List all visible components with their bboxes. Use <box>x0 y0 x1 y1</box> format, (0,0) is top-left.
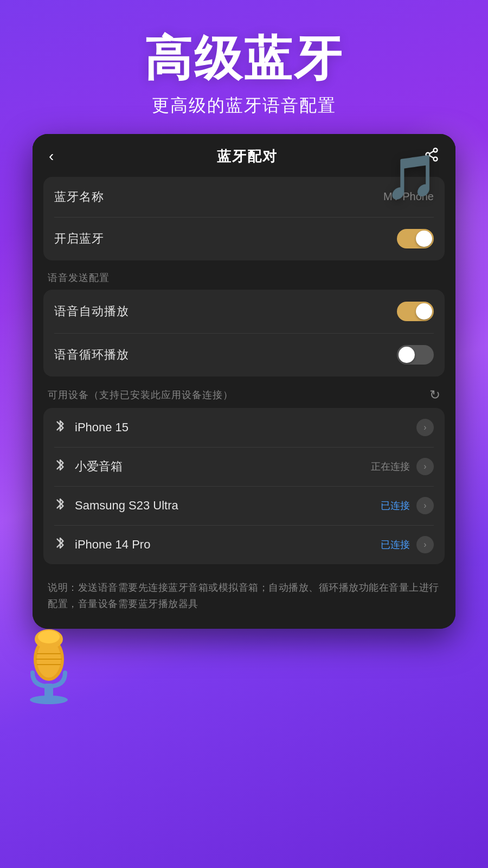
device-chevron-button[interactable]: › <box>416 497 434 514</box>
chevron-right-icon: › <box>423 423 426 432</box>
devices-card: iPhone 15› 小爱音箱正在连接› Samsung S23 Ultra已连… <box>43 408 445 564</box>
voice-section-label: 语音发送配置 <box>43 265 445 290</box>
device-chevron-button[interactable]: › <box>416 419 434 436</box>
bluetooth-icon <box>54 419 66 436</box>
voice-settings-section: 语音发送配置 语音自动播放 语音循环播放 <box>33 265 455 376</box>
svg-point-13 <box>38 630 60 643</box>
device-row[interactable]: Samsung S23 Ultra已连接› <box>43 486 445 525</box>
chevron-right-icon: › <box>423 462 426 471</box>
bluetooth-icon <box>54 497 66 514</box>
page-title: 蓝牙配对 <box>217 147 278 166</box>
device-status: 正在连接 <box>371 460 410 473</box>
devices-section-label: 可用设备（支持已安装此应用设备连接） <box>48 388 233 401</box>
device-row[interactable]: iPhone 14 Pro已连接› <box>43 525 445 564</box>
toggle-knob-loop <box>399 347 415 363</box>
voice-loopplay-row: 语音循环播放 <box>43 333 445 376</box>
bluetooth-icon <box>54 458 66 475</box>
device-left: Samsung S23 Ultra <box>54 497 178 514</box>
bottom-description: 说明：发送语音需要先连接蓝牙音箱或模拟音箱；自动播放、循环播放功能在音量上进行配… <box>33 569 455 629</box>
device-right: 已连接› <box>381 536 434 553</box>
voice-settings-card: 语音自动播放 语音循环播放 <box>43 290 445 376</box>
device-row[interactable]: 小爱音箱正在连接› <box>43 447 445 486</box>
refresh-button[interactable]: ↻ <box>429 387 440 403</box>
voice-autoplay-label: 语音自动播放 <box>54 303 129 320</box>
voice-loopplay-label: 语音循环播放 <box>54 347 129 363</box>
bluetooth-name-row: 蓝牙名称 MY Phone <box>43 177 445 217</box>
device-name: Samsung S23 Ultra <box>75 499 178 513</box>
chevron-right-icon: › <box>423 501 426 510</box>
music-note-decoration: 🎵 <box>385 152 439 203</box>
device-chevron-button[interactable]: › <box>416 536 434 553</box>
phone-card: ‹ 蓝牙配对 蓝牙名称 MY Phone 开启蓝牙 <box>33 134 455 629</box>
voice-autoplay-toggle[interactable] <box>397 302 434 321</box>
devices-header: 可用设备（支持已安装此应用设备连接） ↻ <box>43 381 445 408</box>
device-status: 已连接 <box>381 538 410 551</box>
bluetooth-enable-row: 开启蓝牙 <box>43 217 445 260</box>
device-left: 小爱音箱 <box>54 458 123 475</box>
device-chevron-button[interactable]: › <box>416 458 434 475</box>
back-button[interactable]: ‹ <box>49 148 70 165</box>
device-right: › <box>416 419 434 436</box>
device-name: 小爱音箱 <box>75 458 123 475</box>
main-title: 高级蓝牙 <box>0 33 488 85</box>
devices-list: iPhone 15› 小爱音箱正在连接› Samsung S23 Ultra已连… <box>43 408 445 564</box>
bluetooth-icon <box>54 536 66 553</box>
voice-loopplay-toggle[interactable] <box>397 345 434 365</box>
device-row[interactable]: iPhone 15› <box>43 408 445 447</box>
sub-title: 更高级的蓝牙语音配置 <box>0 94 488 118</box>
device-right: 已连接› <box>381 497 434 514</box>
bluetooth-enable-toggle[interactable] <box>397 229 434 248</box>
voice-autoplay-row: 语音自动播放 <box>43 290 445 333</box>
bluetooth-enable-label: 开启蓝牙 <box>54 231 104 247</box>
device-name: iPhone 15 <box>75 420 129 435</box>
devices-section: 可用设备（支持已安装此应用设备连接） ↻ iPhone 15› 小爱音箱正在连接… <box>33 381 455 564</box>
device-status: 已连接 <box>381 499 410 512</box>
toggle-knob-autoplay <box>416 303 432 320</box>
device-left: iPhone 14 Pro <box>54 536 150 553</box>
toggle-knob <box>416 231 432 247</box>
header-section: 高级蓝牙 更高级的蓝牙语音配置 <box>0 0 488 134</box>
device-right: 正在连接› <box>371 458 434 475</box>
bluetooth-settings-card: 蓝牙名称 MY Phone 开启蓝牙 <box>43 177 445 260</box>
device-name: iPhone 14 Pro <box>75 538 150 552</box>
bluetooth-name-label: 蓝牙名称 <box>54 189 104 205</box>
chevron-right-icon: › <box>423 540 426 550</box>
device-left: iPhone 15 <box>54 419 129 436</box>
mic-decoration <box>16 629 81 705</box>
